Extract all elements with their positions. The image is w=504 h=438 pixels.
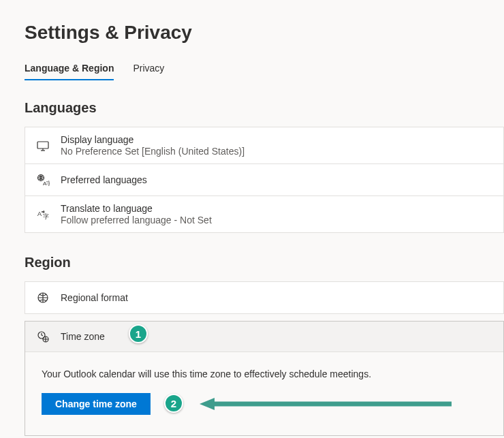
clock-globe-icon: [36, 330, 50, 343]
translate-icon: A 字: [36, 208, 50, 221]
regional-format-title: Regional format: [61, 292, 128, 303]
svg-text:字: 字: [43, 213, 49, 220]
svg-rect-0: [37, 142, 48, 148]
translate-value: Follow preferred language - Not Set: [61, 215, 212, 225]
globe-icon: [36, 291, 50, 304]
language-icon: A字: [36, 173, 50, 187]
annotation-badge-2: 2: [164, 394, 183, 413]
page-title: Settings & Privacy: [25, 22, 504, 44]
section-languages-heading: Languages: [25, 100, 504, 116]
monitor-icon: [36, 139, 50, 153]
item-preferred-languages[interactable]: A字 Preferred languages: [25, 163, 504, 196]
item-translate-language[interactable]: A 字 Translate to language Follow preferr…: [25, 195, 504, 233]
svg-marker-11: [200, 398, 215, 410]
change-time-zone-button[interactable]: Change time zone: [42, 393, 151, 415]
preferred-languages-title: Preferred languages: [61, 174, 147, 185]
annotation-arrow-icon: [200, 397, 452, 411]
languages-list: Display language No Preference Set [Engl…: [25, 127, 504, 233]
display-language-title: Display language: [61, 134, 245, 145]
item-display-language[interactable]: Display language No Preference Set [Engl…: [25, 127, 504, 164]
display-language-value: No Preference Set [English (United State…: [61, 146, 245, 157]
item-regional-format[interactable]: Regional format: [25, 281, 504, 314]
tab-privacy[interactable]: Privacy: [133, 63, 164, 80]
time-zone-panel: Time zone 1 Your Outlook calendar will u…: [25, 321, 504, 436]
svg-text:A: A: [37, 210, 42, 217]
section-region-heading: Region: [25, 255, 504, 270]
time-zone-title: Time zone: [61, 331, 105, 342]
tabs: Language & Region Privacy: [25, 63, 504, 81]
time-zone-description: Your Outlook calendar will use this time…: [42, 369, 487, 379]
tab-language-region[interactable]: Language & Region: [25, 63, 114, 80]
annotation-badge-1: 1: [129, 324, 148, 343]
item-time-zone-header[interactable]: Time zone 1: [25, 322, 503, 352]
region-list: Regional format Time zone 1 Your Outlook…: [25, 281, 504, 436]
svg-text:A字: A字: [43, 181, 50, 187]
translate-title: Translate to language: [61, 203, 212, 214]
